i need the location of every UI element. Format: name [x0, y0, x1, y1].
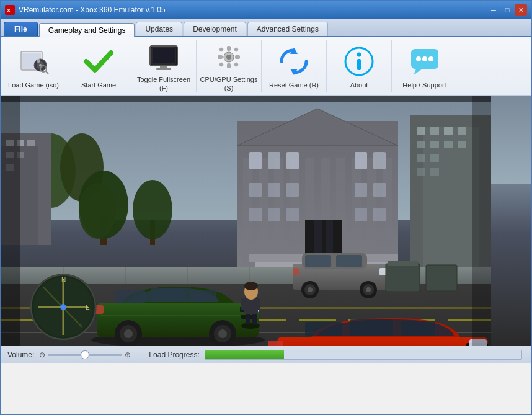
window-controls: ─ □ ✕ — [487, 4, 527, 16]
toggle-fullscreen-icon — [146, 41, 181, 73]
svg-rect-64 — [249, 152, 262, 169]
svg-point-128 — [366, 287, 371, 292]
window-title: VRemulator.com - Xbox 360 Emulator v.1.0… — [19, 6, 166, 14]
svg-text:X: X — [7, 7, 11, 14]
svg-rect-91 — [417, 168, 425, 176]
cpu-gpu-settings-button[interactable]: CPU/GPU Settings (S) — [197, 40, 262, 92]
app-icon: X — [5, 5, 15, 15]
svg-rect-71 — [286, 183, 299, 197]
svg-rect-29 — [357, 59, 361, 70]
svg-rect-80 — [423, 127, 479, 270]
svg-rect-73 — [373, 183, 386, 197]
cpu-gpu-settings-label: CPU/GPU Settings (S) — [199, 76, 259, 92]
volume-thumb[interactable] — [81, 350, 89, 359]
svg-line-9 — [46, 71, 48, 74]
svg-rect-84 — [458, 127, 466, 135]
toggle-fullscreen-label: Toggle Fullscreen (F) — [134, 76, 193, 92]
svg-rect-83 — [444, 127, 453, 135]
svg-rect-68 — [373, 152, 386, 169]
svg-rect-121 — [305, 255, 331, 267]
volume-slider[interactable] — [48, 354, 122, 356]
progress-label: Load Progress: — [149, 350, 199, 359]
volume-decrease-icon[interactable]: ⊖ — [39, 350, 45, 359]
tab-file[interactable]: File — [4, 22, 38, 36]
tab-advanced[interactable]: Advanced Settings — [247, 22, 328, 36]
svg-rect-67 — [355, 152, 367, 169]
svg-text:E: E — [86, 304, 90, 311]
svg-rect-166 — [268, 341, 283, 346]
start-game-label: Start Game — [81, 81, 116, 89]
status-separator — [140, 350, 140, 360]
reset-game-button[interactable]: Reset Game (R) — [262, 40, 327, 92]
toggle-fullscreen-button[interactable]: Toggle Fullscreen (F) — [131, 40, 197, 92]
svg-point-179 — [60, 304, 66, 310]
svg-point-95 — [79, 183, 116, 239]
svg-rect-20 — [235, 55, 240, 59]
help-support-button[interactable]: Help / Support — [392, 40, 457, 92]
svg-rect-134 — [151, 288, 185, 301]
svg-rect-148 — [246, 313, 250, 324]
svg-rect-21 — [219, 47, 224, 52]
svg-rect-74 — [249, 208, 262, 221]
close-button[interactable]: ✕ — [515, 4, 527, 16]
about-icon — [342, 44, 376, 79]
tab-bar: File Gameplay and Settings Updates Devel… — [1, 19, 531, 37]
svg-point-97 — [133, 180, 172, 239]
svg-rect-155 — [386, 264, 420, 292]
tab-updates[interactable]: Updates — [136, 22, 182, 36]
help-support-icon — [407, 44, 442, 79]
svg-rect-19 — [218, 55, 223, 59]
volume-control[interactable]: ⊖ ⊕ — [39, 350, 131, 359]
volume-increase-icon[interactable]: ⊕ — [125, 350, 131, 359]
svg-point-7 — [37, 59, 40, 63]
svg-rect-77 — [355, 208, 367, 221]
svg-point-142 — [124, 329, 133, 338]
svg-rect-23 — [219, 62, 224, 67]
svg-rect-66 — [286, 152, 299, 169]
cpu-gpu-settings-icon — [211, 41, 246, 73]
tab-development[interactable]: Development — [184, 22, 246, 36]
game-scene: N E — [1, 96, 531, 346]
svg-point-147 — [241, 323, 260, 329]
svg-rect-130 — [293, 268, 299, 275]
svg-rect-24 — [234, 62, 239, 67]
reset-game-label: Reset Game (R) — [269, 81, 319, 89]
about-label: About — [350, 81, 368, 89]
svg-rect-90 — [430, 154, 439, 162]
svg-rect-81 — [417, 127, 425, 135]
start-game-button[interactable]: Start Game — [66, 40, 131, 92]
svg-point-16 — [226, 55, 231, 60]
svg-rect-65 — [268, 152, 280, 169]
svg-rect-88 — [458, 141, 466, 148]
svg-rect-183 — [1, 96, 20, 346]
maximize-button[interactable]: □ — [501, 4, 513, 16]
svg-point-145 — [218, 329, 227, 338]
tab-gameplay[interactable]: Gameplay and Settings — [39, 23, 135, 37]
svg-rect-159 — [277, 337, 488, 346]
svg-rect-17 — [227, 46, 231, 51]
svg-rect-22 — [234, 47, 239, 52]
minimize-button[interactable]: ─ — [487, 4, 500, 16]
svg-rect-156 — [388, 261, 418, 266]
svg-rect-72 — [355, 183, 367, 197]
volume-label: Volume: — [7, 350, 34, 359]
svg-point-154 — [244, 282, 258, 290]
status-bar: Volume: ⊖ ⊕ Load Progress: — [1, 346, 531, 363]
load-game-button[interactable]: Load Game (iso) — [1, 40, 66, 92]
title-bar: X VRemulator.com - Xbox 360 Emulator v.1… — [1, 1, 531, 19]
svg-rect-82 — [430, 127, 439, 135]
svg-rect-43 — [27, 140, 35, 146]
svg-rect-92 — [430, 168, 439, 176]
load-game-icon — [16, 44, 51, 79]
game-viewport: N E — [1, 96, 531, 346]
svg-rect-76 — [286, 208, 299, 221]
progress-bar-fill — [205, 350, 285, 359]
about-button[interactable]: About — [327, 40, 392, 92]
svg-point-32 — [416, 56, 421, 61]
svg-rect-135 — [190, 290, 216, 302]
svg-rect-184 — [472, 96, 491, 346]
svg-rect-78 — [373, 208, 386, 221]
svg-rect-87 — [444, 141, 453, 148]
progress-bar — [205, 350, 522, 360]
svg-rect-69 — [249, 183, 262, 197]
